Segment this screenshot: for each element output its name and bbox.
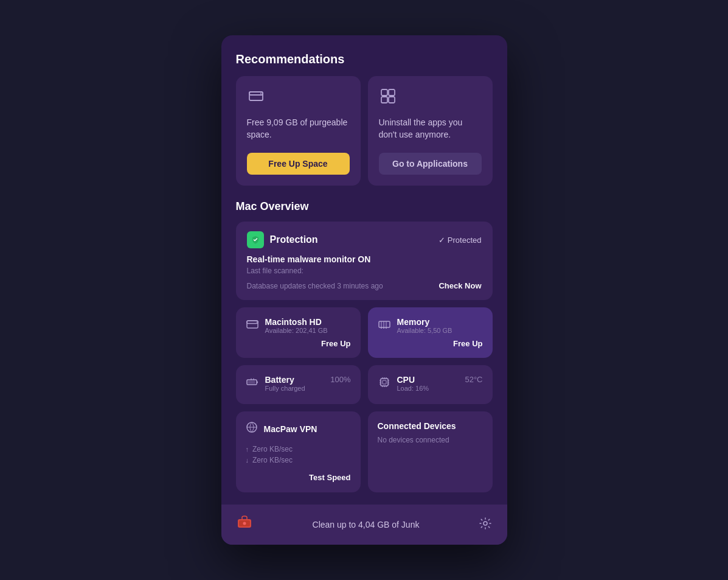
rec-icon-apps: [379, 87, 482, 110]
memory-header: Memory Available: 5,50 GB: [378, 317, 483, 334]
protection-title-group: Protection: [247, 231, 318, 248]
svg-rect-21: [383, 380, 386, 384]
protection-header: Protection ✓ Protected: [247, 231, 482, 248]
cpu-sub: Load: 16%: [397, 385, 429, 392]
svg-point-2: [260, 93, 262, 94]
settings-icon[interactable]: [479, 517, 492, 533]
cpu-title-group: CPU Load: 16%: [397, 375, 429, 392]
vpn-upload-value: Zero KB/sec: [252, 445, 293, 453]
svg-rect-3: [381, 89, 387, 96]
memory-free-up-button[interactable]: Free Up: [453, 339, 482, 348]
rec-text-uninstall: Uninstall the apps you don't use anymore…: [379, 117, 482, 144]
battery-sub: Fully charged: [265, 385, 305, 392]
test-speed-button[interactable]: Test Speed: [309, 473, 350, 482]
scrollable-content: Recommendations Free 9,09 GB of purgeabl…: [221, 35, 507, 492]
rec-icon-storage: [247, 87, 350, 110]
protected-badge: ✓ Protected: [439, 236, 482, 245]
last-scanned: Last file scanned:: [247, 267, 482, 275]
realtime-status: Real-time malware monitor ON: [247, 254, 482, 264]
cpu-header: CPU Load: 16%: [378, 375, 429, 392]
bottom-bar: Clean up to 4,04 GB of Junk: [221, 505, 507, 545]
macintosh-hd-card: Macintosh HD Available: 202,41 GB Free U…: [236, 307, 361, 358]
recommendations-row: Free 9,09 GB of purgeable space. Free Up…: [236, 76, 493, 186]
shield-icon: [247, 231, 264, 248]
vpn-download-row: ↓ Zero KB/sec: [246, 456, 351, 464]
check-icon: ✓: [439, 236, 445, 245]
recommendations-title: Recommendations: [236, 52, 493, 66]
vpn-header: MacPaw VPN: [246, 421, 351, 436]
rec-text-free-space: Free 9,09 GB of purgeable space.: [247, 117, 350, 144]
mac-overview-title: Mac Overview: [236, 200, 493, 213]
go-to-applications-button[interactable]: Go to Applications: [379, 153, 482, 175]
macintosh-hd-title: Macintosh HD: [265, 317, 328, 327]
no-devices-text: No devices connected: [378, 436, 483, 444]
protection-card: Protection ✓ Protected Real-time malware…: [236, 222, 493, 300]
vpn-card: MacPaw VPN ↑ Zero KB/sec ↓ Zero KB/sec: [236, 411, 361, 492]
battery-title: Battery: [265, 375, 305, 385]
macintosh-hd-header: Macintosh HD Available: 202,41 GB: [246, 317, 351, 334]
cpu-card: CPU Load: 16% 52°C: [368, 365, 493, 404]
svg-point-9: [256, 321, 257, 323]
memory-title-group: Memory Available: 5,50 GB: [397, 317, 452, 334]
free-up-space-button[interactable]: Free Up Space: [247, 153, 350, 175]
vpn-upload-row: ↑ Zero KB/sec: [246, 445, 351, 453]
bottom-junk-text: Clean up to 4,04 GB of Junk: [313, 520, 420, 529]
svg-rect-7: [247, 321, 258, 328]
rec-card-uninstall-apps: Uninstall the apps you don't use anymore…: [368, 76, 493, 186]
vpn-devices-grid: MacPaw VPN ↑ Zero KB/sec ↓ Zero KB/sec: [236, 411, 493, 492]
check-now-button[interactable]: Check Now: [439, 281, 481, 290]
battery-icon: [246, 376, 259, 392]
svg-rect-5: [381, 97, 387, 103]
bottom-app-icon: [236, 514, 253, 535]
upload-arrow-icon: ↑: [246, 445, 249, 453]
storage-memory-grid: Macintosh HD Available: 202,41 GB Free U…: [236, 307, 493, 358]
protection-title: Protection: [270, 234, 318, 245]
battery-title-group: Battery Fully charged: [265, 375, 305, 392]
memory-available: Available: 5,50 GB: [397, 327, 452, 334]
svg-rect-18: [257, 381, 258, 383]
battery-cpu-grid: Battery Fully charged 100%: [236, 365, 493, 404]
svg-point-38: [243, 522, 246, 525]
battery-card: Battery Fully charged 100%: [236, 365, 361, 404]
svg-rect-19: [248, 380, 255, 383]
vpn-title: MacPaw VPN: [264, 424, 317, 434]
cpu-title: CPU: [397, 375, 429, 385]
battery-value: 100%: [330, 375, 350, 384]
svg-rect-10: [379, 321, 390, 327]
connected-devices-card: Connected Devices No devices connected: [368, 411, 493, 492]
macintosh-hd-available: Available: 202,41 GB: [265, 327, 328, 334]
battery-header: Battery Fully charged: [246, 375, 305, 392]
rec-card-free-space: Free 9,09 GB of purgeable space. Free Up…: [236, 76, 361, 186]
macintosh-hd-free-up-button[interactable]: Free Up: [321, 339, 350, 348]
svg-point-39: [484, 522, 487, 525]
protection-footer: Database updates checked 3 minutes ago C…: [247, 281, 482, 290]
mac-overview-section: Mac Overview Protection ✓: [236, 200, 493, 492]
memory-card: Memory Available: 5,50 GB Free Up: [368, 307, 493, 358]
memory-icon: [378, 318, 391, 334]
cpu-value: 52°C: [465, 375, 482, 384]
cpu-icon: [378, 376, 391, 392]
macintosh-hd-action[interactable]: Free Up: [246, 339, 351, 348]
macintosh-hd-title-group: Macintosh HD Available: 202,41 GB: [265, 317, 328, 334]
vpn-download-value: Zero KB/sec: [252, 456, 293, 464]
app-window: Recommendations Free 9,09 GB of purgeabl…: [221, 35, 507, 545]
hd-icon: [246, 318, 259, 334]
svg-rect-6: [389, 97, 395, 103]
svg-rect-4: [389, 89, 395, 96]
memory-title: Memory: [397, 317, 452, 327]
db-update-text: Database updates checked 3 minutes ago: [247, 282, 383, 290]
download-arrow-icon: ↓: [246, 456, 249, 464]
vpn-stats: ↑ Zero KB/sec ↓ Zero KB/sec: [246, 445, 351, 464]
vpn-icon: [246, 421, 258, 436]
connected-devices-title: Connected Devices: [378, 421, 483, 431]
svg-rect-20: [381, 379, 388, 386]
memory-action[interactable]: Free Up: [378, 339, 483, 348]
